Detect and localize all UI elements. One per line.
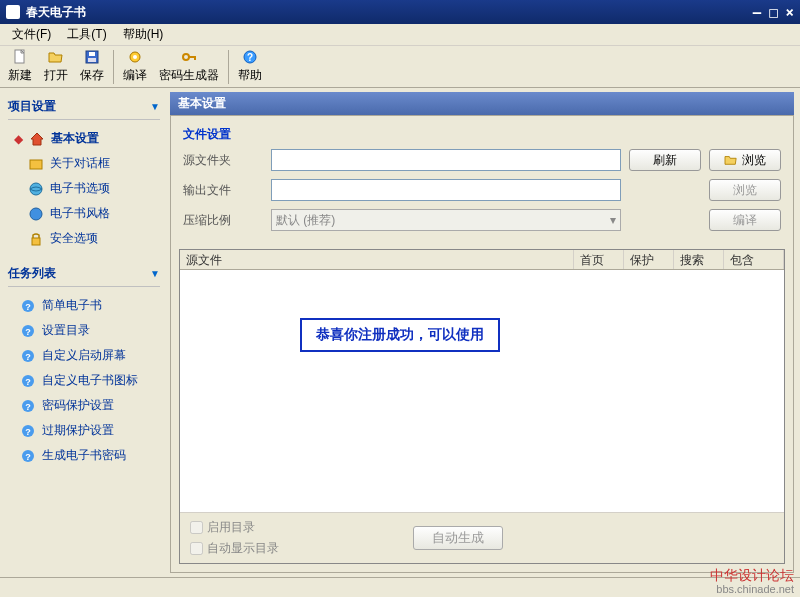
new-file-icon [12,49,28,65]
sidebar-label: 电子书选项 [50,180,110,197]
output-file-input[interactable] [271,179,621,201]
sidebar-label: 电子书风格 [50,205,110,222]
menu-file[interactable]: 文件(F) [4,24,59,45]
minimize-button[interactable]: — [753,4,761,20]
col-source-file[interactable]: 源文件 [180,250,574,269]
toolbar: 新建 打开 保存 编译 密码生成器 ? 帮助 [0,46,800,88]
task-simple-ebook[interactable]: ?简单电子书 [8,293,160,318]
pwdgen-button[interactable]: 密码生成器 [153,47,225,87]
compression-label: 压缩比例 [183,212,263,229]
task-gen-password[interactable]: ?生成电子书密码 [8,443,160,468]
help-icon: ? [20,373,36,389]
auto-generate-button[interactable]: 自动生成 [413,526,503,550]
collapse-icon[interactable]: ▼ [150,268,160,279]
svg-text:?: ? [25,352,31,362]
home-icon [29,131,45,147]
bullet-icon: ◆ [14,132,23,146]
task-splash[interactable]: ?自定义启动屏幕 [8,343,160,368]
menu-help[interactable]: 帮助(H) [115,24,172,45]
source-files-header: 源文件 首页 保护 搜索 包含 [180,250,784,270]
svg-rect-9 [30,160,42,169]
task-label: 生成电子书密码 [42,447,126,464]
pwdgen-label: 密码生成器 [159,67,219,84]
svg-rect-3 [88,58,96,62]
col-protect[interactable]: 保护 [624,250,674,269]
help-button[interactable]: ? 帮助 [232,47,268,87]
svg-text:?: ? [25,377,31,387]
browse-source-button[interactable]: 浏览 [709,149,781,171]
sidebar-item-options[interactable]: 电子书选项 [8,176,160,201]
svg-point-10 [30,183,42,195]
svg-text:?: ? [247,52,253,63]
source-folder-input[interactable] [271,149,621,171]
sidebar-item-style[interactable]: 电子书风格 [8,201,160,226]
titlebar: 春天电子书 — □ × [0,0,800,24]
gear-icon [127,49,143,65]
success-message: 恭喜你注册成功，可以使用 [300,318,500,352]
lock-icon [28,231,44,247]
app-icon [6,5,20,19]
row-output-file: 输出文件 浏览 [183,179,781,201]
compile-button[interactable]: 编译 [117,47,153,87]
sidebar-item-about[interactable]: 关于对话框 [8,151,160,176]
svg-point-6 [183,54,189,60]
menu-tools[interactable]: 工具(T) [59,24,114,45]
enable-toc-checkbox[interactable]: 启用目录 [190,519,279,536]
chevron-down-icon: ▾ [610,213,616,227]
svg-text:?: ? [25,302,31,312]
task-label: 过期保护设置 [42,422,114,439]
window-controls: — □ × [753,4,794,20]
sidebar-tasks-head: 任务列表 ▼ [8,261,160,287]
task-icon[interactable]: ?自定义电子书图标 [8,368,160,393]
svg-text:?: ? [25,402,31,412]
svg-point-11 [30,208,42,220]
refresh-button[interactable]: 刷新 [629,149,701,171]
help-icon: ? [20,398,36,414]
col-search[interactable]: 搜索 [674,250,724,269]
source-files-panel: 源文件 首页 保护 搜索 包含 恭喜你注册成功，可以使用 启用目录 自动显示目录… [179,249,785,564]
file-settings-section: 文件设置 源文件夹 刷新 浏览 输出文件 浏览 压 [171,116,793,247]
task-set-toc[interactable]: ?设置目录 [8,318,160,343]
sidebar-item-security[interactable]: 安全选项 [8,226,160,251]
sidebar-label: 安全选项 [50,230,98,247]
compression-select[interactable]: 默认 (推荐) ▾ [271,209,621,231]
source-folder-label: 源文件夹 [183,152,263,169]
col-include[interactable]: 包含 [724,250,784,269]
globe-icon [28,181,44,197]
new-button[interactable]: 新建 [2,47,38,87]
task-expiry[interactable]: ?过期保护设置 [8,418,160,443]
output-file-label: 输出文件 [183,182,263,199]
window-title: 春天电子书 [26,4,753,21]
save-icon [84,49,100,65]
save-label: 保存 [80,67,104,84]
close-button[interactable]: × [786,4,794,20]
maximize-button[interactable]: □ [769,4,777,20]
compile-panel-button[interactable]: 编译 [709,209,781,231]
browse-output-button[interactable]: 浏览 [709,179,781,201]
sidebar-item-basic[interactable]: ◆ 基本设置 [8,126,160,151]
row-compression: 压缩比例 默认 (推荐) ▾ 编译 [183,209,781,231]
help-icon: ? [20,423,36,439]
open-button[interactable]: 打开 [38,47,74,87]
content-panel: 基本设置 文件设置 源文件夹 刷新 浏览 输出文件 浏览 [168,88,800,577]
sidebar-project-head: 项目设置 ▼ [8,94,160,120]
auto-show-toc-checkbox[interactable]: 自动显示目录 [190,540,279,557]
svg-rect-12 [32,238,40,245]
save-button[interactable]: 保存 [74,47,110,87]
svg-rect-2 [89,52,95,56]
help-icon: ? [242,49,258,65]
toolbar-separator [113,50,114,84]
svg-text:?: ? [25,452,31,462]
compile-label: 编译 [123,67,147,84]
source-files-footer: 启用目录 自动显示目录 自动生成 [180,512,784,563]
svg-text:?: ? [25,327,31,337]
col-home[interactable]: 首页 [574,250,624,269]
task-label: 密码保护设置 [42,397,114,414]
task-label: 自定义电子书图标 [42,372,138,389]
collapse-icon[interactable]: ▼ [150,101,160,112]
panel-body: 文件设置 源文件夹 刷新 浏览 输出文件 浏览 压 [170,115,794,573]
menubar: 文件(F) 工具(T) 帮助(H) [0,24,800,46]
task-password[interactable]: ?密码保护设置 [8,393,160,418]
svg-point-5 [133,55,137,59]
svg-text:?: ? [25,427,31,437]
